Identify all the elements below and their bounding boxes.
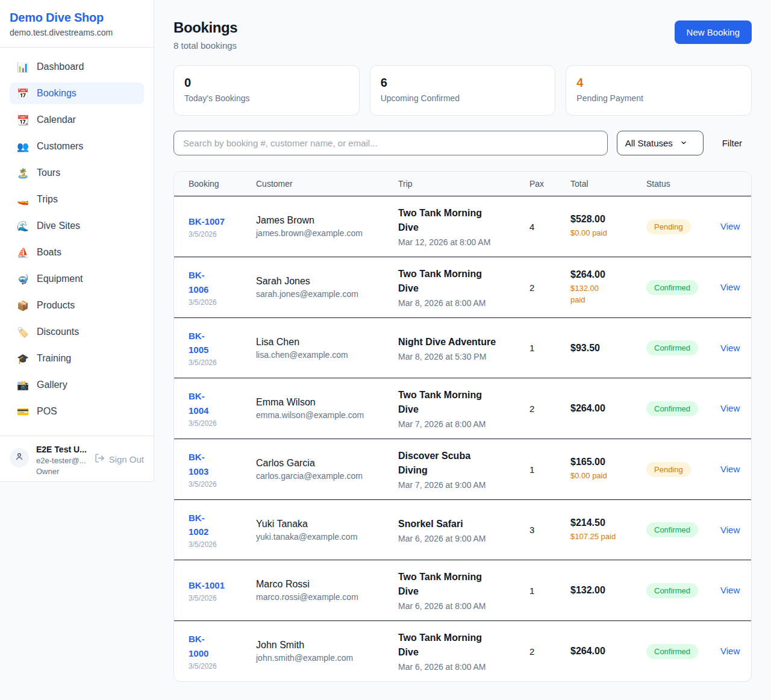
bookings-icon: 📅 (17, 88, 29, 99)
pax-count: 2 (529, 273, 570, 302)
table-row: BK-1007 3/5/2026 James Brown james.brown… (174, 196, 751, 257)
customer-name: Yuki Tanaka (256, 519, 392, 530)
sidebar-item-tours[interactable]: 🏝️ Tours (10, 162, 144, 184)
sign-out-button[interactable]: Sign Out (95, 453, 144, 465)
sidebar-item-equipment[interactable]: 🤿 Equipment (10, 268, 144, 290)
view-link[interactable]: View (720, 464, 740, 474)
stat-label: Today's Bookings (184, 93, 349, 103)
trip-name: Two Tank Morning Dive (398, 631, 523, 660)
pos-icon: 💳 (17, 406, 29, 417)
avatar (10, 448, 29, 467)
status-badge: Confirmed (646, 583, 698, 598)
bookings-count: 8 total bookings (173, 40, 237, 51)
view-link[interactable]: View (720, 221, 740, 231)
view-link[interactable]: View (720, 525, 740, 535)
booking-id-link[interactable]: BK- 1005 (189, 329, 208, 357)
user-name: E2E Test U... (36, 445, 87, 454)
customers-icon: 👥 (17, 141, 29, 152)
trip-datetime: Mar 8, 2026 at 5:30 PM (398, 352, 523, 361)
sidebar-item-gallery[interactable]: 📸 Gallery (10, 374, 144, 396)
sidebar-nav: 📊 Dashboard 📅 Bookings 📆 Calendar 👥 Cust… (0, 48, 154, 436)
sidebar-item-discounts[interactable]: 🏷️ Discounts (10, 321, 144, 343)
status-filter-select[interactable]: All Statuses (617, 131, 704, 155)
sidebar-item-bookings[interactable]: 📅 Bookings (10, 83, 144, 104)
sidebar: Demo Dive Shop demo.test.divestreams.com… (0, 0, 154, 482)
stats-row: 0 Today's Bookings 6 Upcoming Confirmed … (173, 65, 752, 116)
gallery-icon: 📸 (17, 380, 29, 391)
trip-name: Night Dive Adventure (398, 335, 523, 349)
sidebar-item-pos[interactable]: 💳 POS (10, 401, 144, 422)
column-header-trip: Trip (398, 179, 529, 189)
sidebar-item-dive-sites[interactable]: 🌊 Dive Sites (10, 215, 144, 237)
view-link[interactable]: View (720, 585, 740, 595)
customer-email: carlos.garcia@example.com (256, 471, 392, 481)
stat-value: 6 (381, 76, 545, 90)
customer-email: john.smith@example.com (256, 653, 392, 663)
total-amount: $264.00 (570, 269, 640, 280)
pax-count: 1 (529, 576, 570, 605)
trip-datetime: Mar 7, 2026 at 8:00 AM (398, 419, 523, 429)
page-title: Bookings (173, 19, 237, 36)
search-input[interactable] (173, 131, 608, 155)
booking-date: 3/5/2026 (189, 540, 250, 549)
total-amount: $214.50 (570, 517, 640, 528)
view-link[interactable]: View (720, 343, 740, 353)
customer-name: Sarah Jones (256, 276, 392, 287)
discounts-icon: 🏷️ (17, 327, 29, 338)
view-link[interactable]: View (720, 282, 740, 292)
new-booking-button[interactable]: New Booking (675, 20, 752, 44)
trip-name: Discover Scuba Diving (398, 449, 523, 478)
booking-id-link[interactable]: BK-1001 (189, 578, 225, 592)
trip-name: Two Tank Morning Dive (398, 267, 523, 296)
booking-date: 3/5/2026 (189, 480, 250, 489)
brand: Demo Dive Shop demo.test.divestreams.com (0, 0, 154, 48)
trips-icon: 🚤 (17, 194, 29, 205)
dashboard-icon: 📊 (17, 61, 29, 73)
stat-value: 0 (184, 76, 349, 90)
equipment-icon: 🤿 (17, 273, 29, 285)
booking-id-link[interactable]: BK- 1002 (189, 511, 208, 539)
trip-name: Two Tank Morning Dive (398, 206, 523, 235)
status-badge: Confirmed (646, 401, 698, 416)
sidebar-item-products[interactable]: 📦 Products (10, 295, 144, 316)
total-amount: $264.00 (570, 403, 640, 414)
table-row: BK- 1002 3/5/2026 Yuki Tanaka yuki.tanak… (174, 500, 751, 560)
booking-date: 3/5/2026 (189, 358, 250, 367)
person-icon (14, 452, 24, 464)
shop-domain: demo.test.divestreams.com (10, 28, 144, 37)
user-role: Owner (36, 467, 87, 476)
booking-id-link[interactable]: BK- 1003 (189, 450, 208, 478)
stat-label: Pending Payment (576, 93, 741, 103)
table-row: BK- 1005 3/5/2026 Lisa Chen lisa.chen@ex… (174, 318, 751, 378)
sidebar-item-customers[interactable]: 👥 Customers (10, 136, 144, 157)
sidebar-item-training[interactable]: 🎓 Training (10, 348, 144, 369)
status-badge: Pending (646, 219, 691, 234)
view-link[interactable]: View (720, 646, 740, 656)
trip-datetime: Mar 8, 2026 at 8:00 AM (398, 298, 523, 308)
total-amount: $264.00 (570, 646, 640, 657)
total-amount: $528.00 (570, 214, 640, 225)
customer-name: Emma Wilson (256, 397, 392, 408)
table-row: BK- 1000 3/5/2026 John Smith john.smith@… (174, 621, 751, 681)
booking-id-link[interactable]: BK- 1000 (189, 632, 208, 660)
sidebar-item-trips[interactable]: 🚤 Trips (10, 189, 144, 210)
pax-count: 2 (529, 637, 570, 666)
sidebar-item-calendar[interactable]: 📆 Calendar (10, 109, 144, 131)
user-box: E2E Test U... e2e-tester@... Owner Sign … (0, 436, 154, 484)
booking-id-link[interactable]: BK- 1006 (189, 268, 208, 296)
booking-date: 3/5/2026 (189, 594, 250, 602)
user-email: e2e-tester@... (36, 456, 87, 465)
status-badge: Confirmed (646, 280, 698, 295)
status-badge: Confirmed (646, 522, 698, 537)
filter-button[interactable]: Filter (713, 138, 752, 148)
table-row: BK- 1003 3/5/2026 Carlos Garcia carlos.g… (174, 439, 751, 500)
tours-icon: 🏝️ (17, 167, 29, 179)
sidebar-item-boats[interactable]: ⛵ Boats (10, 242, 144, 263)
booking-id-link[interactable]: BK- 1004 (189, 389, 208, 417)
booking-id-link[interactable]: BK-1007 (189, 214, 225, 228)
column-header-booking: Booking (189, 179, 256, 189)
view-link[interactable]: View (720, 403, 740, 413)
pax-count: 2 (529, 394, 570, 423)
sidebar-item-dashboard[interactable]: 📊 Dashboard (10, 56, 144, 78)
status-badge: Pending (646, 462, 691, 477)
